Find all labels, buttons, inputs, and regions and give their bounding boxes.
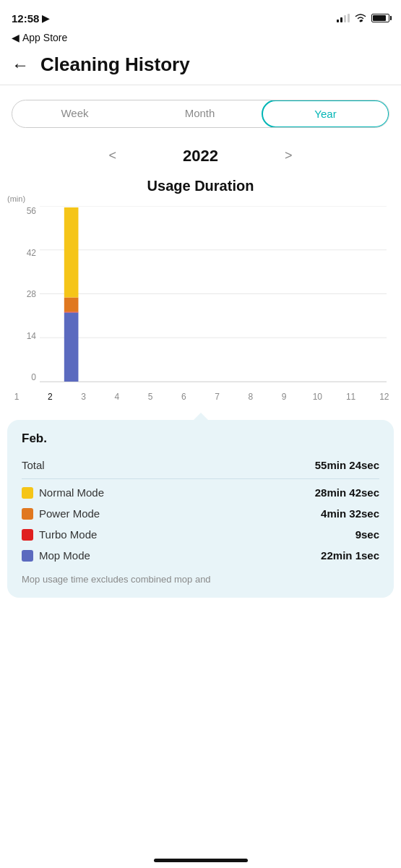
x-label-2: 2 — [33, 392, 66, 402]
y-label-42: 42 — [27, 248, 36, 258]
x-label-9: 9 — [267, 392, 301, 402]
normal-mode-label: Normal Mode — [39, 486, 104, 499]
chart-section: Usage Duration (min) 0 14 28 42 56 — [0, 169, 401, 408]
year-label: 2022 — [183, 147, 218, 166]
power-mode-row: Power Mode 4min 32sec — [22, 503, 379, 524]
home-indicator — [154, 859, 248, 862]
signal-icon — [337, 14, 350, 22]
location-icon: ▶ — [42, 13, 49, 24]
wifi-icon — [354, 12, 367, 25]
mop-mode-value: 22min 1sec — [321, 549, 379, 562]
power-mode-color — [22, 508, 33, 520]
x-label-5: 5 — [134, 392, 167, 402]
x-label-11: 11 — [335, 392, 368, 402]
svg-rect-8 — [64, 297, 79, 311]
battery-icon — [371, 14, 389, 22]
footnote-text: Mop usage time excludes combined mop and — [22, 573, 379, 586]
x-label-3: 3 — [67, 392, 100, 402]
turbo-mode-color — [22, 529, 33, 541]
page-header: ← Cleaning History — [0, 48, 401, 85]
normal-mode-row: Normal Mode 28min 42sec — [22, 482, 379, 503]
power-mode-label: Power Mode — [39, 507, 100, 520]
tab-switcher: Week Month Year — [12, 100, 389, 128]
y-label-28: 28 — [27, 289, 36, 299]
x-label-8: 8 — [234, 392, 267, 402]
divider — [22, 478, 379, 479]
x-label-7: 7 — [201, 392, 234, 402]
power-mode-value: 4min 32sec — [321, 507, 379, 520]
page-title: Cleaning History — [40, 53, 190, 76]
y-unit-label: (min) — [7, 194, 25, 203]
chart-container: (min) 0 14 28 42 56 — [0, 206, 401, 408]
svg-rect-6 — [64, 312, 79, 382]
status-icons — [337, 12, 389, 25]
x-label-6: 6 — [167, 392, 200, 402]
mop-mode-color — [22, 550, 33, 562]
app-store-label: App Store — [22, 32, 67, 43]
y-label-0: 0 — [31, 372, 36, 382]
x-label-10: 10 — [301, 392, 334, 402]
prev-year-button[interactable]: < — [100, 145, 126, 166]
mop-mode-label: Mop Mode — [39, 549, 90, 562]
chart-title: Usage Duration — [0, 178, 401, 194]
y-label-56: 56 — [27, 206, 36, 216]
back-button[interactable]: ← — [12, 55, 29, 75]
next-year-button[interactable]: > — [276, 145, 301, 166]
x-label-1: 1 — [0, 392, 33, 402]
total-row: Total 55min 24sec — [22, 455, 379, 476]
year-nav: < 2022 > — [0, 139, 401, 169]
y-axis: (min) 0 14 28 42 56 — [7, 206, 36, 382]
tab-month[interactable]: Month — [137, 100, 262, 127]
app-store-back[interactable]: ◀ App Store — [0, 32, 401, 48]
normal-mode-color — [22, 487, 33, 499]
chart-area — [40, 206, 387, 382]
y-label-14: 14 — [27, 331, 36, 341]
mop-mode-row: Mop Mode 22min 1sec — [22, 545, 379, 566]
detail-month: Feb. — [22, 431, 379, 446]
tab-year[interactable]: Year — [262, 100, 389, 128]
turbo-mode-value: 9sec — [355, 528, 379, 541]
total-label: Total — [22, 459, 45, 471]
svg-rect-7 — [64, 311, 79, 312]
x-label-12: 12 — [368, 392, 401, 402]
tab-week[interactable]: Week — [12, 100, 137, 127]
status-time: 12:58 ▶ — [12, 12, 49, 25]
detail-card: Feb. Total 55min 24sec Normal Mode 28min… — [7, 420, 394, 598]
status-bar: 12:58 ▶ — [0, 0, 401, 32]
x-label-4: 4 — [100, 392, 134, 402]
time-text: 12:58 — [12, 12, 39, 25]
back-arrow-small-icon: ◀ — [12, 32, 20, 43]
turbo-mode-row: Turbo Mode 9sec — [22, 524, 379, 545]
normal-mode-value: 28min 42sec — [315, 486, 379, 499]
svg-point-0 — [360, 20, 362, 22]
x-axis: 1 2 3 4 5 6 7 8 9 10 11 12 — [0, 382, 401, 408]
svg-rect-9 — [64, 207, 79, 297]
turbo-mode-label: Turbo Mode — [39, 528, 97, 541]
total-value: 55min 24sec — [315, 459, 379, 471]
